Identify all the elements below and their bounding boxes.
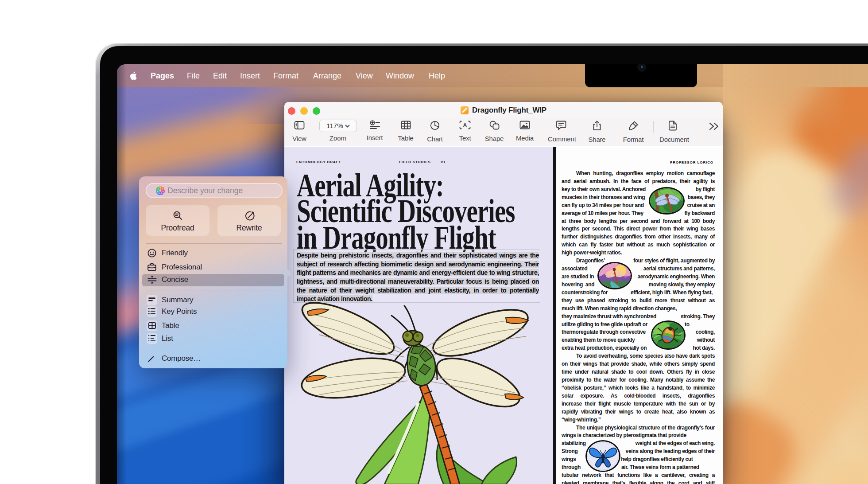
- svg-text:A: A: [463, 122, 467, 129]
